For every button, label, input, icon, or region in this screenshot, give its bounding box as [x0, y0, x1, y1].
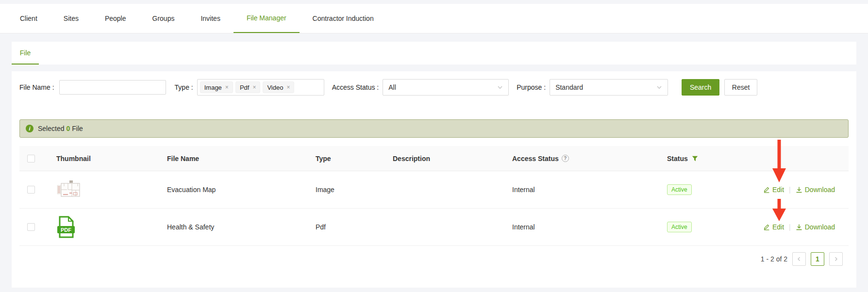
download-button[interactable]: Download: [796, 186, 835, 194]
evacuation-map-thumbnail[interactable]: [56, 180, 153, 199]
chevron-down-icon: [497, 84, 503, 90]
tab-invites[interactable]: Invites: [187, 4, 233, 33]
filter-funnel-icon[interactable]: [692, 156, 698, 162]
edit-pencil-icon: [763, 186, 770, 193]
tab-client[interactable]: Client: [7, 4, 50, 33]
edit-label: Edit: [772, 223, 784, 231]
type-tag-image: Image ×: [200, 81, 233, 93]
download-icon: [796, 186, 802, 193]
file-name-cell: Health & Safety: [153, 223, 302, 231]
remove-pdf-tag-icon[interactable]: ×: [252, 84, 256, 91]
type-cell: Image: [302, 186, 379, 194]
filter-bar: File Name : Type : Image × Pdf × Video ×…: [19, 79, 757, 96]
edit-button[interactable]: Edit: [763, 223, 784, 231]
download-label: Download: [805, 223, 835, 231]
file-name-label: File Name :: [19, 83, 54, 91]
col-description: Description: [379, 155, 499, 162]
next-page-button[interactable]: [829, 252, 843, 266]
top-nav: Client Sites People Groups Invites File …: [0, 4, 868, 33]
pagination-summary: 1 - 2 of 2: [761, 255, 787, 263]
prev-page-button[interactable]: [792, 252, 806, 266]
status-badge: Active: [667, 222, 692, 232]
type-tag-video: Video ×: [263, 81, 294, 93]
tab-people[interactable]: People: [92, 4, 139, 33]
action-divider: |: [789, 223, 791, 231]
col-access-status: Access Status: [512, 155, 559, 162]
selected-prefix: Selected: [38, 125, 64, 132]
table-row: PDF Health & Safety Pdf Internal Active …: [19, 209, 849, 246]
access-status-value: Internal: [512, 223, 535, 231]
pagination: 1 - 2 of 2 1: [761, 252, 843, 266]
remove-image-tag-icon[interactable]: ×: [225, 84, 229, 91]
download-label: Download: [805, 186, 835, 194]
search-button[interactable]: Search: [682, 79, 719, 96]
info-icon: i: [26, 125, 33, 132]
edit-label: Edit: [772, 186, 784, 194]
chevron-down-icon: [656, 84, 662, 90]
table-row: Evacuation Map Image Internal Active Edi…: [19, 171, 849, 209]
access-status-select[interactable]: All: [383, 79, 509, 96]
files-table: Thumbnail File Name Type Description Acc…: [19, 146, 849, 246]
access-status-value: All: [388, 83, 396, 91]
access-status-value: Internal: [512, 186, 535, 194]
type-tag-image-label: Image: [204, 84, 222, 91]
tab-groups[interactable]: Groups: [139, 4, 188, 33]
type-tag-pdf: Pdf ×: [235, 81, 261, 93]
tab-contractor-induction[interactable]: Contractor Induction: [300, 4, 387, 33]
type-tag-pdf-label: Pdf: [240, 84, 250, 91]
selected-count-text: Selected0File: [38, 125, 83, 132]
svg-text:PDF: PDF: [61, 227, 71, 233]
col-thumbnail: Thumbnail: [43, 155, 153, 162]
tab-file[interactable]: File: [12, 42, 39, 65]
file-name-input[interactable]: [59, 80, 166, 95]
purpose-label: Purpose :: [517, 83, 546, 91]
page-1-button[interactable]: 1: [811, 252, 824, 266]
help-icon[interactable]: ?: [562, 155, 569, 162]
row-checkbox[interactable]: [27, 186, 35, 194]
download-icon: [796, 224, 802, 230]
sub-tab-bar: File: [12, 42, 856, 65]
tab-file-manager[interactable]: File Manager: [234, 4, 300, 33]
access-status-cell: Internal: [499, 186, 653, 194]
tab-sites[interactable]: Sites: [50, 4, 92, 33]
purpose-select[interactable]: Standard: [550, 79, 668, 96]
selected-count: 0: [66, 125, 70, 132]
remove-video-tag-icon[interactable]: ×: [286, 84, 290, 91]
file-manager-panel: File Name : Type : Image × Pdf × Video ×…: [12, 71, 856, 288]
pdf-file-icon[interactable]: PDF: [56, 215, 153, 239]
type-multiselect[interactable]: Image × Pdf × Video ×: [197, 79, 324, 96]
type-tag-video-label: Video: [267, 84, 283, 91]
col-status: Status: [667, 155, 688, 162]
row-checkbox[interactable]: [27, 223, 35, 231]
access-status-cell: Internal: [499, 223, 653, 231]
access-status-label: Access Status :: [332, 83, 379, 91]
edit-button[interactable]: Edit: [763, 186, 784, 194]
selected-files-banner: i Selected0File: [19, 119, 849, 138]
download-button[interactable]: Download: [796, 223, 835, 231]
status-badge: Active: [667, 184, 692, 195]
action-divider: |: [789, 186, 791, 194]
reset-button[interactable]: Reset: [724, 79, 757, 96]
file-name-cell: Evacuation Map: [153, 186, 302, 194]
type-cell: Pdf: [302, 223, 379, 231]
edit-pencil-icon: [763, 224, 770, 230]
col-type: Type: [302, 155, 379, 162]
col-file-name: File Name: [153, 155, 302, 162]
type-label: Type :: [175, 83, 193, 91]
selected-suffix: File: [72, 125, 83, 132]
select-all-checkbox[interactable]: [27, 155, 35, 162]
purpose-value: Standard: [555, 83, 583, 91]
table-header-row: Thumbnail File Name Type Description Acc…: [19, 146, 849, 171]
